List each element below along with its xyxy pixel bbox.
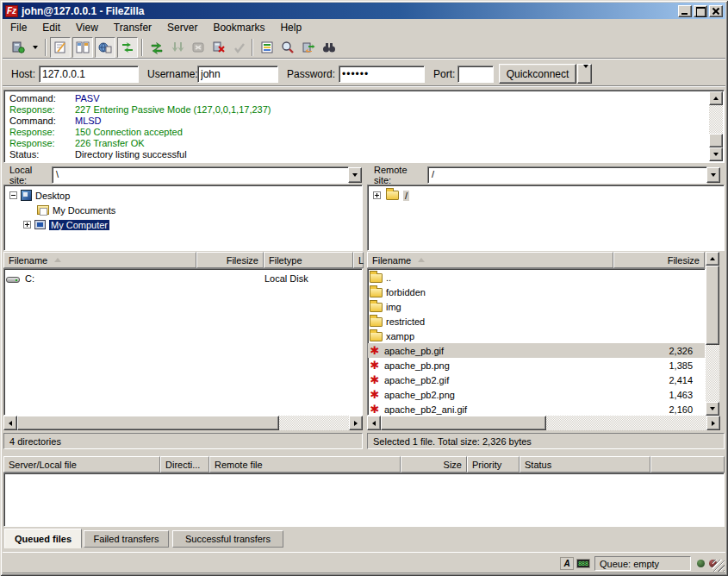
remote-col-filesize[interactable]: Filesize: [613, 252, 705, 268]
local-col-filetype[interactable]: Filetype: [264, 252, 353, 268]
sort-ascending-icon: [418, 258, 425, 262]
file-row[interactable]: ✱apache_pb2_ani.gif2,160: [368, 402, 705, 416]
toggle-log-button[interactable]: [50, 37, 71, 58]
local-col-filename[interactable]: Filename: [3, 252, 196, 268]
scroll-left-button[interactable]: [367, 416, 381, 430]
scroll-right-button[interactable]: [349, 416, 363, 430]
file-row-local-c-drive[interactable]: C: Local Disk: [4, 271, 362, 285]
local-list-hscrollbar[interactable]: [3, 416, 363, 430]
tab-failed-transfers[interactable]: Failed transfers: [84, 530, 169, 548]
synchronized-browsing-button[interactable]: [298, 37, 319, 58]
toggle-queue-button[interactable]: [117, 37, 138, 58]
menu-view[interactable]: View: [68, 20, 106, 35]
cancel-operation-button[interactable]: [188, 37, 208, 58]
menu-bookmarks[interactable]: Bookmarks: [205, 20, 272, 35]
title-bar[interactable]: Fz john@127.0.0.1 - FileZilla: [3, 3, 725, 19]
site-manager-button[interactable]: [8, 37, 28, 58]
tree-item-root[interactable]: /: [373, 188, 409, 203]
scroll-thumb[interactable]: [709, 134, 723, 147]
folder-icon: [370, 317, 383, 327]
scroll-right-button[interactable]: [706, 416, 720, 430]
find-button[interactable]: [277, 37, 298, 58]
tab-successful-transfers[interactable]: Successful transfers: [172, 530, 283, 548]
queue-col-remote-file[interactable]: Remote file: [209, 456, 401, 473]
expand-icon[interactable]: [373, 191, 381, 199]
queue-col-server-local-file[interactable]: Server/Local file: [3, 456, 160, 473]
file-row[interactable]: ✱apache_pb.png1,385: [368, 358, 705, 373]
remote-col-filename[interactable]: Filename: [367, 252, 613, 268]
site-manager-dropdown[interactable]: [29, 40, 40, 55]
file-row[interactable]: img: [368, 299, 705, 314]
synchronized-browsing-icon: [302, 41, 315, 54]
queue-col-priority[interactable]: Priority: [467, 456, 520, 473]
transfer-queue-list[interactable]: [3, 473, 725, 527]
password-input[interactable]: [339, 66, 425, 83]
disconnect-icon: [212, 41, 226, 54]
local-col-filesize[interactable]: Filesize: [196, 252, 264, 268]
tab-queued-files[interactable]: Queued files: [4, 529, 82, 548]
filter-button[interactable]: [257, 37, 277, 58]
resize-grip[interactable]: [712, 560, 725, 572]
file-row[interactable]: xampp: [368, 329, 705, 343]
log-scrollbar[interactable]: [709, 91, 723, 161]
scroll-thumb[interactable]: [17, 416, 279, 430]
toggle-remote-tree-button[interactable]: [95, 37, 115, 58]
queue-col-status[interactable]: Status: [520, 456, 650, 473]
menu-file[interactable]: File: [3, 20, 34, 35]
menu-help[interactable]: Help: [272, 20, 309, 35]
file-row[interactable]: forbidden: [368, 285, 705, 299]
expand-icon[interactable]: [23, 221, 31, 229]
menu-edit[interactable]: Edit: [34, 20, 68, 35]
reconnect-button[interactable]: [229, 37, 250, 58]
password-label: Password:: [287, 68, 335, 80]
scroll-thumb[interactable]: [706, 266, 719, 345]
local-col-last-modified[interactable]: L: [353, 252, 364, 268]
scroll-up-button[interactable]: [709, 91, 723, 105]
speed-limits-icon[interactable]: 888: [576, 559, 590, 568]
scroll-down-button[interactable]: [706, 402, 719, 416]
remote-site-combo-dropdown[interactable]: [706, 167, 720, 183]
quickconnect-button[interactable]: Quickconnect: [499, 64, 576, 84]
host-input[interactable]: [39, 66, 139, 83]
menu-server[interactable]: Server: [159, 20, 205, 35]
remote-list-scrollbar[interactable]: [706, 252, 719, 416]
directory-comparison-button[interactable]: [319, 37, 339, 58]
toolbar: [3, 36, 725, 59]
scroll-thumb[interactable]: [381, 416, 546, 430]
queue-col-direction[interactable]: Directi...: [160, 456, 209, 473]
tree-item-my-computer[interactable]: My Computer: [23, 217, 109, 232]
menu-bar: File Edit View Transfer Server Bookmarks…: [3, 19, 725, 36]
queue-col-size[interactable]: Size: [401, 456, 467, 473]
menu-transfer[interactable]: Transfer: [106, 20, 159, 35]
remote-site-combo[interactable]: /: [427, 166, 707, 184]
close-button[interactable]: [709, 5, 723, 17]
disconnect-button[interactable]: [208, 37, 229, 58]
file-row[interactable]: ✱apache_pb2.png1,463: [368, 387, 705, 402]
scroll-left-button[interactable]: [3, 416, 17, 430]
scroll-up-button[interactable]: [706, 252, 719, 266]
toggle-local-tree-button[interactable]: [72, 37, 93, 58]
minimize-button[interactable]: [678, 5, 692, 17]
image-file-icon: ✱: [369, 388, 381, 401]
queue-size-panel: Queue: empty: [594, 556, 691, 571]
port-input[interactable]: [457, 66, 494, 83]
tree-item-desktop[interactable]: Desktop: [9, 188, 70, 203]
process-queue-button[interactable]: [167, 37, 188, 58]
folder-icon: [370, 288, 383, 297]
transfer-type-indicator-icon[interactable]: A: [560, 557, 574, 570]
collapse-icon[interactable]: [9, 191, 17, 199]
maximize-button[interactable]: [694, 5, 707, 17]
refresh-button[interactable]: [146, 37, 167, 58]
tree-item-my-documents[interactable]: My Documents: [37, 203, 115, 217]
remote-list-hscrollbar[interactable]: [367, 416, 720, 430]
file-row[interactable]: ✱apache_pb2.gif2,414: [368, 373, 705, 387]
file-row[interactable]: ..: [368, 270, 705, 285]
username-input[interactable]: [197, 66, 278, 83]
local-site-combo[interactable]: \: [52, 166, 349, 184]
file-row-selected[interactable]: ✱apache_pb.gif2,326: [368, 343, 705, 358]
scroll-down-button[interactable]: [709, 147, 723, 161]
file-row[interactable]: restricted: [368, 314, 705, 329]
message-log[interactable]: Command:PASV Response:227 Entering Passi…: [3, 90, 725, 163]
local-site-combo-dropdown[interactable]: [348, 167, 362, 183]
quickconnect-dropdown[interactable]: [577, 64, 592, 84]
